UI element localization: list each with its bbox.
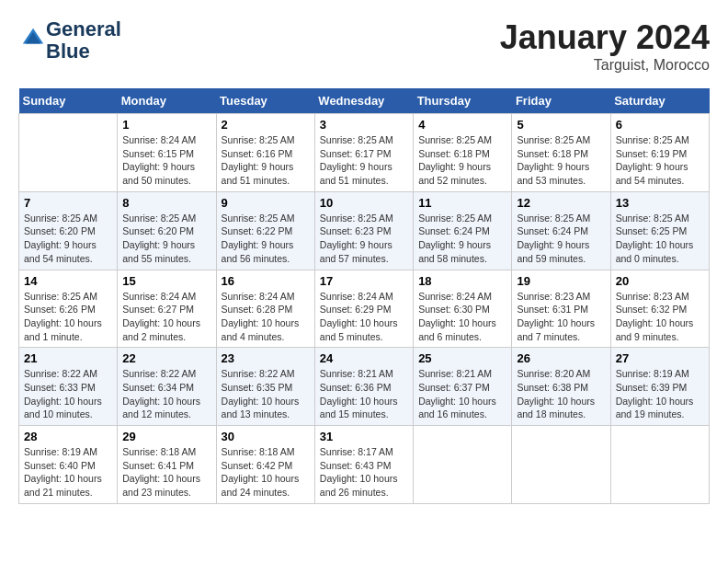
sunset-text: Sunset: 6:15 PM <box>122 147 210 161</box>
day-info: Sunrise: 8:25 AMSunset: 6:26 PMDaylight:… <box>24 290 112 344</box>
day-number: 15 <box>122 274 210 288</box>
daylight-text: Daylight: 9 hours and 53 minutes. <box>517 160 605 187</box>
calendar-cell: 6Sunrise: 8:25 AMSunset: 6:19 PMDaylight… <box>610 114 709 192</box>
title-block: January 2024 Targuist, Morocco <box>500 18 710 74</box>
sunset-text: Sunset: 6:18 PM <box>418 147 506 161</box>
calendar-cell: 26Sunrise: 8:20 AMSunset: 6:38 PMDayligh… <box>512 348 610 426</box>
daylight-text: Daylight: 10 hours and 10 minutes. <box>24 395 112 421</box>
calendar-cell: 20Sunrise: 8:23 AMSunset: 6:32 PMDayligh… <box>610 270 709 348</box>
day-info: Sunrise: 8:25 AMSunset: 6:20 PMDaylight:… <box>24 212 112 266</box>
day-number: 27 <box>616 351 704 365</box>
sunrise-text: Sunrise: 8:24 AM <box>222 290 310 304</box>
month-title: January 2024 <box>500 18 710 57</box>
week-row-5: 28Sunrise: 8:19 AMSunset: 6:40 PMDayligh… <box>19 426 710 504</box>
sunset-text: Sunset: 6:31 PM <box>517 303 605 316</box>
sunset-text: Sunset: 6:32 PM <box>616 303 704 316</box>
daylight-text: Daylight: 10 hours and 16 minutes. <box>418 395 506 421</box>
day-info: Sunrise: 8:22 AMSunset: 6:34 PMDaylight:… <box>122 367 210 421</box>
day-number: 30 <box>222 430 310 443</box>
sunset-text: Sunset: 6:43 PM <box>320 459 408 473</box>
daylight-text: Daylight: 10 hours and 2 minutes. <box>122 316 210 343</box>
sunset-text: Sunset: 6:24 PM <box>517 224 605 238</box>
weekday-header-thursday: Thursday <box>414 88 512 114</box>
day-info: Sunrise: 8:20 AMSunset: 6:38 PMDaylight:… <box>517 367 605 421</box>
sunset-text: Sunset: 6:24 PM <box>418 224 506 238</box>
sunset-text: Sunset: 6:25 PM <box>616 224 704 238</box>
weekday-header-friday: Friday <box>512 88 610 114</box>
sunrise-text: Sunrise: 8:19 AM <box>616 367 704 381</box>
day-number: 4 <box>418 118 506 132</box>
day-number: 14 <box>24 274 112 288</box>
sunrise-text: Sunrise: 8:25 AM <box>24 290 112 304</box>
sunset-text: Sunset: 6:23 PM <box>320 224 408 238</box>
calendar-cell: 14Sunrise: 8:25 AMSunset: 6:26 PMDayligh… <box>19 270 118 348</box>
sunset-text: Sunset: 6:17 PM <box>320 147 408 161</box>
day-number: 23 <box>222 351 310 365</box>
day-info: Sunrise: 8:24 AMSunset: 6:27 PMDaylight:… <box>122 290 210 344</box>
daylight-text: Daylight: 10 hours and 4 minutes. <box>222 316 310 343</box>
calendar-cell: 15Sunrise: 8:24 AMSunset: 6:27 PMDayligh… <box>118 270 216 348</box>
day-number: 22 <box>122 351 210 365</box>
calendar-cell <box>19 114 118 192</box>
calendar-cell: 13Sunrise: 8:25 AMSunset: 6:25 PMDayligh… <box>610 191 709 270</box>
location: Targuist, Morocco <box>500 57 710 74</box>
sunset-text: Sunset: 6:18 PM <box>517 147 605 161</box>
sunrise-text: Sunrise: 8:18 AM <box>122 445 210 459</box>
day-info: Sunrise: 8:18 AMSunset: 6:41 PMDaylight:… <box>122 445 210 500</box>
daylight-text: Daylight: 9 hours and 52 minutes. <box>418 160 506 187</box>
sunrise-text: Sunrise: 8:17 AM <box>320 445 408 459</box>
day-number: 10 <box>320 196 408 210</box>
calendar-cell: 11Sunrise: 8:25 AMSunset: 6:24 PMDayligh… <box>414 191 512 270</box>
weekday-header-monday: Monday <box>118 88 216 114</box>
daylight-text: Daylight: 10 hours and 24 minutes. <box>222 472 310 499</box>
calendar-cell: 30Sunrise: 8:18 AMSunset: 6:42 PMDayligh… <box>216 426 314 504</box>
calendar-cell: 17Sunrise: 8:24 AMSunset: 6:29 PMDayligh… <box>314 270 413 348</box>
sunrise-text: Sunrise: 8:25 AM <box>222 212 310 225</box>
sunset-text: Sunset: 6:22 PM <box>222 224 310 238</box>
daylight-text: Daylight: 10 hours and 6 minutes. <box>418 316 506 343</box>
day-number: 17 <box>320 274 408 288</box>
sunset-text: Sunset: 6:28 PM <box>222 303 310 316</box>
sunrise-text: Sunrise: 8:25 AM <box>24 212 112 225</box>
day-number: 1 <box>122 118 210 132</box>
calendar-cell: 9Sunrise: 8:25 AMSunset: 6:22 PMDaylight… <box>216 191 314 270</box>
daylight-text: Daylight: 9 hours and 56 minutes. <box>222 238 310 265</box>
day-number: 12 <box>517 196 605 210</box>
day-info: Sunrise: 8:23 AMSunset: 6:32 PMDaylight:… <box>616 290 704 344</box>
calendar-cell <box>414 426 512 504</box>
sunrise-text: Sunrise: 8:25 AM <box>517 212 605 225</box>
sunset-text: Sunset: 6:19 PM <box>616 147 704 161</box>
day-info: Sunrise: 8:24 AMSunset: 6:28 PMDaylight:… <box>222 290 310 344</box>
calendar-cell <box>512 426 610 504</box>
sunrise-text: Sunrise: 8:24 AM <box>418 290 506 304</box>
sunrise-text: Sunrise: 8:25 AM <box>418 133 506 147</box>
week-row-4: 21Sunrise: 8:22 AMSunset: 6:33 PMDayligh… <box>19 348 710 426</box>
sunrise-text: Sunrise: 8:25 AM <box>517 133 605 147</box>
weekday-header-sunday: Sunday <box>19 88 118 114</box>
day-number: 26 <box>517 351 605 365</box>
calendar-cell: 1Sunrise: 8:24 AMSunset: 6:15 PMDaylight… <box>118 114 216 192</box>
sunrise-text: Sunrise: 8:25 AM <box>616 212 704 225</box>
logo: General Blue <box>18 18 121 63</box>
calendar-cell: 8Sunrise: 8:25 AMSunset: 6:20 PMDaylight… <box>118 191 216 270</box>
day-info: Sunrise: 8:24 AMSunset: 6:15 PMDaylight:… <box>122 133 210 188</box>
sunset-text: Sunset: 6:34 PM <box>122 381 210 395</box>
day-number: 19 <box>517 274 605 288</box>
calendar-cell: 28Sunrise: 8:19 AMSunset: 6:40 PMDayligh… <box>19 426 118 504</box>
calendar-cell: 3Sunrise: 8:25 AMSunset: 6:17 PMDaylight… <box>314 114 413 192</box>
day-info: Sunrise: 8:22 AMSunset: 6:33 PMDaylight:… <box>24 367 112 421</box>
daylight-text: Daylight: 10 hours and 1 minute. <box>24 316 112 343</box>
day-number: 18 <box>418 274 506 288</box>
daylight-text: Daylight: 9 hours and 54 minutes. <box>24 238 112 265</box>
day-info: Sunrise: 8:24 AMSunset: 6:30 PMDaylight:… <box>418 290 506 344</box>
sunset-text: Sunset: 6:27 PM <box>122 303 210 316</box>
calendar-cell: 29Sunrise: 8:18 AMSunset: 6:41 PMDayligh… <box>118 426 216 504</box>
sunrise-text: Sunrise: 8:24 AM <box>320 290 408 304</box>
calendar-cell: 12Sunrise: 8:25 AMSunset: 6:24 PMDayligh… <box>512 191 610 270</box>
day-info: Sunrise: 8:25 AMSunset: 6:18 PMDaylight:… <box>418 133 506 188</box>
sunset-text: Sunset: 6:20 PM <box>122 224 210 238</box>
day-info: Sunrise: 8:17 AMSunset: 6:43 PMDaylight:… <box>320 445 408 500</box>
sunset-text: Sunset: 6:42 PM <box>222 459 310 473</box>
day-info: Sunrise: 8:19 AMSunset: 6:39 PMDaylight:… <box>616 367 704 421</box>
daylight-text: Daylight: 10 hours and 23 minutes. <box>122 472 210 499</box>
